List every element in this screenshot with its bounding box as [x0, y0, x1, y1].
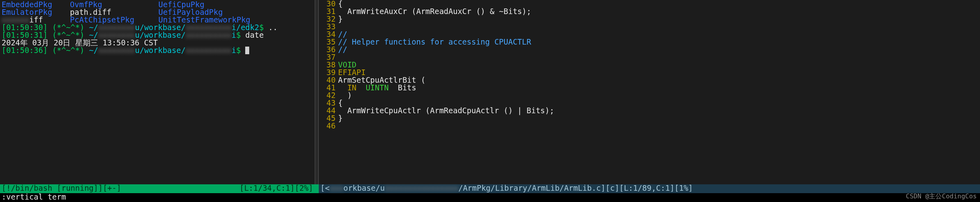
code-line: VOID	[338, 61, 980, 69]
ls-row: EmulatorPkg path.diff UefiPayloadPkg	[2, 8, 313, 16]
code-line: ArmSetCpuActlrBit (	[338, 76, 980, 84]
code-line: IN UINTN Bits	[338, 84, 980, 92]
command-text: :vertical term	[2, 193, 66, 202]
terminal-cursor	[245, 47, 249, 54]
status-divider	[315, 184, 319, 193]
code-line: // Helper functions for accessing CPUACT…	[338, 38, 980, 46]
code-line: }	[338, 114, 980, 122]
code-line	[338, 53, 980, 61]
terminal-pane[interactable]: EmbeddedPkg OvmfPkg UefiCpuPkg EmulatorP…	[0, 0, 315, 184]
code-line	[338, 23, 980, 31]
status-bar: [!/bin/bash [running]][+-] [L:1/34,C:1][…	[0, 184, 980, 193]
status-right: [<xxxorkbase/uxxxxxxxxxxxxxxxx/ArmPkg/Li…	[319, 184, 980, 193]
code-line	[338, 122, 980, 130]
status-file-path: [<xxxorkbase/uxxxxxxxxxxxxxxxx/ArmPkg/Li…	[320, 184, 693, 193]
command-line[interactable]: :vertical term CSDN @主公CodingCos	[0, 193, 980, 202]
code-line: ArmWriteCpuActlr (ArmReadCpuActlr () | B…	[338, 107, 980, 114]
code-line: //	[338, 46, 980, 53]
code-pane[interactable]: 30 31 32 33 34 35 36 37 38 39 40 41 42 4…	[319, 0, 980, 184]
status-shell: [!/bin/bash [running]][+-]	[2, 184, 121, 193]
status-pos-left: [L:1/34,C:1][2%]	[240, 184, 313, 193]
code-content[interactable]: { ArmWriteAuxCr (ArmReadAuxCr () & ~Bits…	[338, 0, 980, 184]
status-left: [!/bin/bash [running]][+-] [L:1/34,C:1][…	[0, 184, 315, 193]
prompt-line-active[interactable]: [01:50:36] (*^~^*) ~/xxxxxxxxu/workbase/…	[2, 47, 313, 54]
code-line: EFIAPI	[338, 69, 980, 76]
code-line: )	[338, 92, 980, 99]
code-line: ArmWriteAuxCr (ArmReadAuxCr () & ~Bits);	[338, 8, 980, 15]
line-number-gutter: 30 31 32 33 34 35 36 37 38 39 40 41 42 4…	[319, 0, 338, 184]
code-line: }	[338, 15, 980, 23]
pane-divider[interactable]	[315, 0, 319, 184]
watermark: CSDN @主公CodingCos	[906, 193, 980, 202]
